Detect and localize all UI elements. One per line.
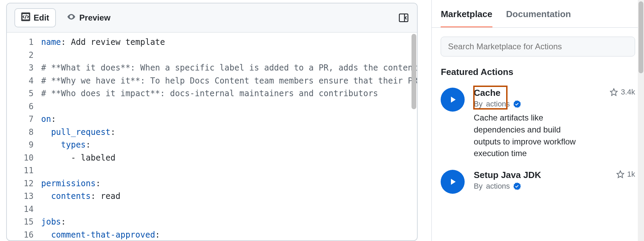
line-number: 11 bbox=[7, 164, 34, 177]
line-number: 9 bbox=[7, 139, 34, 152]
preview-tab[interactable]: Preview bbox=[60, 8, 117, 27]
editor-scrollbar-thumb[interactable] bbox=[412, 34, 416, 109]
tab-marketplace[interactable]: Marketplace bbox=[441, 9, 492, 27]
code-line[interactable]: types: bbox=[41, 139, 417, 152]
star-icon bbox=[610, 88, 618, 96]
play-icon bbox=[441, 170, 465, 194]
sidebar-scrollbar-track[interactable] bbox=[638, 0, 644, 241]
line-number: 16 bbox=[7, 229, 34, 241]
action-author: By actions bbox=[474, 100, 635, 109]
marketplace-sidebar: Marketplace Documentation Featured Actio… bbox=[431, 0, 644, 241]
action-item[interactable]: Cache 3.4k By actions Cache artifacts li… bbox=[441, 88, 635, 160]
action-item[interactable]: Setup Java JDK 1k By actions bbox=[441, 170, 635, 194]
line-number: 8 bbox=[7, 126, 34, 139]
code-line[interactable]: contents: read bbox=[41, 190, 417, 203]
editor-tabs: Edit Preview bbox=[14, 8, 117, 27]
search-input[interactable] bbox=[441, 37, 635, 56]
code-line[interactable]: jobs: bbox=[41, 216, 417, 229]
svg-marker-3 bbox=[617, 171, 624, 178]
toggle-panel-button[interactable] bbox=[398, 12, 409, 24]
line-number: 15 bbox=[7, 216, 34, 229]
code-line[interactable] bbox=[41, 100, 417, 113]
code-line[interactable]: on: bbox=[41, 113, 417, 126]
star-count: 3.4k bbox=[610, 88, 635, 97]
editor-header: Edit Preview bbox=[7, 3, 417, 33]
preview-tab-label: Preview bbox=[79, 13, 110, 23]
line-number: 10 bbox=[7, 152, 34, 165]
svg-marker-2 bbox=[610, 89, 617, 96]
line-number: 4 bbox=[7, 75, 34, 88]
action-title: Cache bbox=[474, 88, 500, 98]
action-body: Cache 3.4k By actions Cache artifacts li… bbox=[474, 88, 635, 160]
action-title: Setup Java JDK bbox=[474, 170, 541, 180]
line-number: 2 bbox=[7, 49, 34, 62]
code-line[interactable]: # **What it does**: When a specific labe… bbox=[41, 62, 417, 75]
sidebar-tabs: Marketplace Documentation bbox=[432, 1, 644, 28]
code-line[interactable]: permissions: bbox=[41, 177, 417, 190]
edit-tab-label: Edit bbox=[34, 13, 49, 23]
editor-panel: Edit Preview 12345678910111213141516 nam… bbox=[6, 3, 418, 241]
code-line[interactable]: name: Add review template bbox=[41, 36, 417, 49]
star-count: 1k bbox=[616, 170, 635, 179]
tab-documentation[interactable]: Documentation bbox=[506, 9, 571, 27]
edit-tab[interactable]: Edit bbox=[14, 8, 56, 27]
line-number: 14 bbox=[7, 203, 34, 216]
code-editor[interactable]: 12345678910111213141516 name: Add review… bbox=[7, 33, 417, 240]
featured-actions-heading: Featured Actions bbox=[441, 67, 635, 77]
action-author: By actions bbox=[474, 182, 635, 191]
line-number: 5 bbox=[7, 87, 34, 100]
action-body: Setup Java JDK 1k By actions bbox=[474, 170, 635, 191]
code-line[interactable]: # **Who does it impact**: docs-internal … bbox=[41, 87, 417, 100]
play-icon bbox=[441, 88, 465, 112]
svg-rect-0 bbox=[399, 14, 408, 22]
line-number-gutter: 12345678910111213141516 bbox=[7, 36, 41, 240]
line-number: 6 bbox=[7, 100, 34, 113]
code-line[interactable] bbox=[41, 49, 417, 62]
line-number: 13 bbox=[7, 190, 34, 203]
eye-icon bbox=[67, 12, 76, 23]
line-number: 1 bbox=[7, 36, 34, 49]
line-number: 3 bbox=[7, 62, 34, 75]
code-line[interactable]: comment-that-approved: bbox=[41, 229, 417, 241]
code-line[interactable] bbox=[41, 203, 417, 216]
verified-badge-icon bbox=[513, 100, 521, 108]
code-icon bbox=[21, 12, 30, 23]
star-icon bbox=[616, 170, 624, 178]
verified-badge-icon bbox=[513, 182, 521, 190]
code-content[interactable]: name: Add review template # **What it do… bbox=[41, 36, 417, 240]
sidebar-body: Featured Actions Cache 3.4k By bbox=[432, 28, 644, 203]
code-line[interactable] bbox=[41, 164, 417, 177]
line-number: 12 bbox=[7, 177, 34, 190]
action-description: Cache artifacts like dependencies and bu… bbox=[474, 112, 576, 160]
sidebar-scrollbar-thumb[interactable] bbox=[639, 1, 643, 73]
code-line[interactable]: pull_request: bbox=[41, 126, 417, 139]
line-number: 7 bbox=[7, 113, 34, 126]
code-line[interactable]: - labeled bbox=[41, 152, 417, 165]
code-line[interactable]: # **Why we have it**: To help Docs Conte… bbox=[41, 75, 417, 88]
